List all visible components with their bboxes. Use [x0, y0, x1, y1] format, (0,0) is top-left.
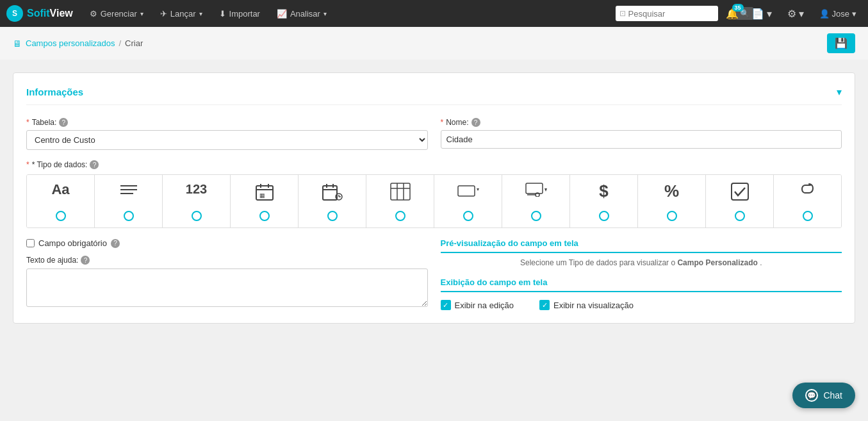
data-type-grid-field[interactable]: [366, 175, 434, 227]
user-menu[interactable]: 👤 Jose ▾: [814, 6, 862, 21]
attachment-type-radio[interactable]: [803, 211, 813, 221]
data-type-number[interactable]: 123: [163, 175, 231, 227]
table-label-text: Tabela:: [32, 118, 57, 127]
svg-rect-25: [732, 183, 748, 200]
number-type-radio[interactable]: [192, 211, 202, 221]
required-help-icon[interactable]: ?: [111, 239, 120, 248]
chevron-down-icon: ▾: [767, 8, 772, 20]
navbar: S SofitView ⚙ Gerenciar ▾ ✈ Lançar ▾ ⬇ I…: [0, 0, 868, 27]
preview-hint-bold: Campo Personalizado: [677, 258, 757, 267]
data-type-text[interactable]: Aa: [27, 175, 95, 227]
breadcrumb-link[interactable]: Campos personalizados: [26, 38, 115, 48]
data-type-currency[interactable]: $: [570, 175, 638, 227]
data-type-datetime[interactable]: [299, 175, 366, 227]
chevron-down-icon: ▾: [199, 10, 202, 17]
user-name: Jose: [832, 9, 849, 19]
data-type-select[interactable]: [434, 175, 502, 227]
chevron-down-icon: ▾: [852, 9, 856, 19]
left-bottom: Campo obrigatório ? Texto de ajuda: ?: [26, 238, 428, 310]
percent-type-icon: %: [664, 183, 679, 199]
data-type-percent[interactable]: %: [638, 175, 706, 227]
help-text-label-text: Texto de ajuda:: [26, 256, 78, 265]
svg-text:▦: ▦: [259, 192, 265, 199]
show-edit-option: ✓ Exibir na edição: [441, 300, 514, 310]
show-edit-label: Exibir na edição: [455, 301, 514, 310]
required-star: *: [26, 118, 29, 127]
required-label: Campo obrigatório: [38, 238, 107, 248]
data-type-date[interactable]: ▦: [231, 175, 299, 227]
data-type-checkbox-field[interactable]: [706, 175, 774, 227]
nav-gerenciar[interactable]: ⚙ Gerenciar ▾: [83, 5, 150, 22]
required-checkbox[interactable]: [26, 239, 35, 247]
table-group: * Tabela: ? Centro de Custo: [26, 118, 428, 150]
help-text-help-icon[interactable]: ?: [81, 256, 90, 265]
data-type-textarea[interactable]: [95, 175, 163, 227]
required-star: *: [26, 160, 29, 169]
settings-icon-btn[interactable]: ⚙ ▾: [782, 5, 809, 22]
navbar-right: ⊡ 🔍 🔔 35 📄 ▾ ⚙ ▾ 👤 Jose ▾: [616, 5, 862, 22]
user-icon: 👤: [819, 9, 830, 19]
text-type-radio[interactable]: [56, 211, 66, 221]
svg-marker-20: [477, 188, 479, 191]
chevron-down-icon: ▾: [323, 10, 327, 17]
nav-gerenciar-label: Gerenciar: [101, 9, 137, 19]
name-input[interactable]: [441, 130, 842, 149]
datetime-type-icon: [322, 183, 343, 204]
name-help-icon[interactable]: ?: [471, 118, 480, 127]
nav-gerenciar-icon: ⚙: [90, 9, 97, 19]
number-type-icon: 123: [186, 183, 207, 195]
data-type-attachment[interactable]: [774, 175, 841, 227]
search-input[interactable]: [628, 9, 736, 19]
text-type-icon: Aa: [51, 183, 69, 197]
show-edit-checkbox[interactable]: ✓: [441, 300, 451, 310]
currency-type-radio[interactable]: [599, 211, 609, 221]
display-options: ✓ Exibir na edição ✓ Exibir na visualiza…: [441, 300, 842, 310]
document-icon-btn[interactable]: 📄 ▾: [746, 5, 777, 22]
name-label-text: Nome:: [446, 118, 468, 127]
percent-type-radio[interactable]: [667, 211, 677, 221]
data-type-multiselect[interactable]: [502, 175, 570, 227]
preview-title: Pré-visualização do campo em tela: [441, 238, 842, 253]
svg-rect-19: [458, 186, 475, 196]
required-star: *: [441, 118, 444, 127]
brand-logo[interactable]: S SofitView: [6, 5, 73, 22]
table-name-row: * Tabela: ? Centro de Custo * Nome: ?: [26, 118, 842, 150]
notification-bell[interactable]: 🔔 35: [723, 5, 741, 22]
table-label: * Tabela: ?: [26, 118, 428, 127]
select-type-radio[interactable]: [463, 211, 473, 221]
data-type-grid: Aa 123 ▦: [26, 174, 842, 228]
table-help-icon[interactable]: ?: [59, 118, 68, 127]
card-header: Informações ▾: [26, 86, 842, 105]
show-view-checkbox[interactable]: ✓: [539, 300, 550, 310]
breadcrumb-current: Criar: [125, 38, 143, 48]
preview-hint: Selecione um Tipo de dados para visualiz…: [441, 258, 842, 267]
help-textarea[interactable]: [26, 268, 428, 307]
data-type-help-icon[interactable]: ?: [90, 160, 99, 169]
nav-importar-icon: ⬇: [219, 9, 226, 19]
collapse-icon[interactable]: ▾: [837, 86, 842, 98]
table-select[interactable]: Centro de Custo: [26, 130, 428, 150]
nav-lancar[interactable]: ✈ Lançar ▾: [154, 5, 209, 22]
search-box: ⊡ 🔍: [616, 6, 718, 21]
card: Informações ▾ * Tabela: ? Centro de Cust…: [13, 72, 855, 324]
svg-rect-8: [323, 186, 337, 200]
nav-analisar-icon: 📈: [277, 9, 287, 19]
checkbox-type-radio[interactable]: [735, 211, 745, 221]
date-type-radio[interactable]: [259, 211, 270, 221]
show-view-label: Exibir na visualização: [553, 301, 634, 310]
nav-importar[interactable]: ⬇ Importar: [213, 5, 266, 22]
attachment-type-icon: [801, 183, 814, 204]
nav-analisar-label: Analisar: [290, 9, 320, 19]
datetime-type-radio[interactable]: [327, 211, 338, 221]
breadcrumb-bar: 🖥 Campos personalizados / Criar 💾: [0, 27, 868, 60]
chevron-down-icon: ▾: [140, 10, 143, 17]
page-icon: 🖥: [13, 38, 22, 49]
brand-name: SofitView: [27, 8, 73, 19]
grid-type-radio[interactable]: [395, 211, 405, 221]
textarea-type-radio[interactable]: [124, 211, 134, 221]
nav-analisar[interactable]: 📈 Analisar ▾: [270, 5, 333, 22]
multiselect-type-radio[interactable]: [531, 211, 541, 221]
save-button[interactable]: 💾: [827, 33, 855, 53]
preview-hint-end: .: [760, 258, 762, 267]
svg-marker-22: [545, 188, 547, 192]
